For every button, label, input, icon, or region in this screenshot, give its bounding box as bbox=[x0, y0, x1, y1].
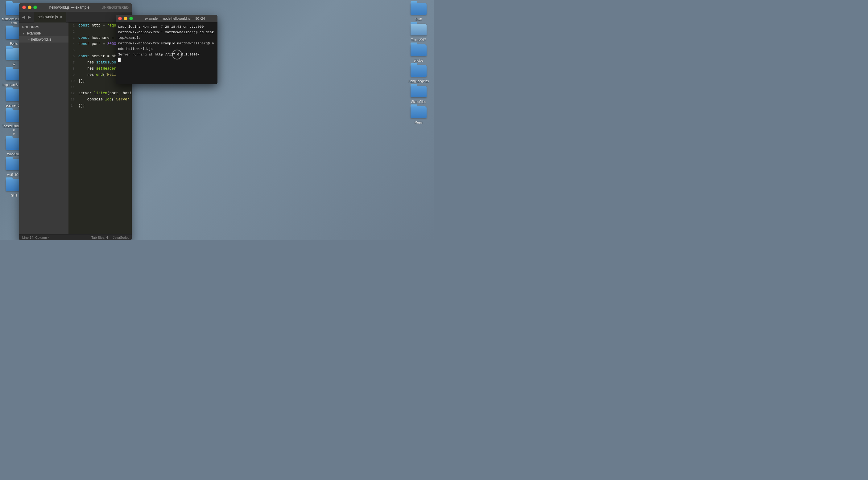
tab-bar: ◀ ▶ helloworld.js × ▼ bbox=[19, 12, 132, 23]
editor-window-title: helloworld.js — example bbox=[37, 5, 102, 9]
sidebar-header: FOLDERS bbox=[19, 24, 68, 30]
nav-arrows: ◀ ▶ bbox=[19, 14, 34, 20]
terminal-body[interactable]: Last login: Mon Jan 7 20:18:43 on ttys00… bbox=[116, 22, 217, 84]
tab-label: helloworld.js bbox=[38, 15, 58, 19]
terminal-traffic-lights bbox=[118, 16, 133, 20]
code-line-13: 13 console.log(`Server running at http:/… bbox=[68, 96, 132, 103]
desktop-icon-photos[interactable]: photos bbox=[406, 44, 431, 63]
close-button[interactable] bbox=[22, 5, 26, 9]
desktop-icons-right: Stuff Taxes2017 photos HongKongPics Skat… bbox=[403, 0, 434, 240]
terminal-minimize-button[interactable] bbox=[124, 16, 127, 20]
code-line-14: 14 }); bbox=[68, 103, 132, 109]
active-tab[interactable]: helloworld.js × bbox=[34, 12, 66, 23]
terminal-line-3: matthews-MacBook-Pro:example matthewhall… bbox=[118, 41, 215, 52]
file-sidebar: FOLDERS ▼ example ~ helloworld.js bbox=[19, 23, 68, 234]
cursor-position: Line 14, Column 4 bbox=[22, 236, 50, 239]
code-line-11: 11 bbox=[68, 84, 132, 90]
server-url[interactable]: http://127.0.0.1:3000/ bbox=[155, 52, 199, 57]
desktop-icon-taxes2017[interactable]: Taxes2017 bbox=[406, 24, 431, 42]
terminal-close-button[interactable] bbox=[118, 16, 122, 20]
terminal-maximize-button[interactable] bbox=[129, 16, 133, 20]
status-bar: Line 14, Column 4 Tab Size: 4 JavaScript bbox=[19, 234, 132, 240]
traffic-lights bbox=[22, 5, 37, 9]
terminal-line-2: matthews-MacBook-Pro:~ matthewhallberg$ … bbox=[118, 30, 215, 41]
terminal-title: example — node helloworld.js — 80×24 bbox=[135, 16, 215, 20]
editor-window: helloworld.js — example UNREGISTERED ◀ ▶… bbox=[19, 3, 132, 240]
terminal-titlebar: example — node helloworld.js — 80×24 bbox=[116, 15, 217, 22]
desktop-icon-music[interactable]: Music bbox=[406, 106, 431, 125]
terminal-window: example — node helloworld.js — 80×24 Las… bbox=[116, 15, 217, 84]
file-name: helloworld.js bbox=[31, 37, 52, 42]
file-icon: ~ bbox=[28, 38, 30, 41]
status-bar-right: Tab Size: 4 JavaScript bbox=[91, 236, 129, 239]
maximize-button[interactable] bbox=[33, 5, 37, 9]
terminal-line-1: Last login: Mon Jan 7 20:18:43 on ttys00… bbox=[118, 24, 215, 30]
minimize-button[interactable] bbox=[28, 5, 31, 9]
desktop: MatthewHallberg.com Fonts W ImportantScr… bbox=[0, 0, 434, 240]
desktop-icon-skateclips[interactable]: SkateCilps bbox=[406, 85, 431, 104]
language: JavaScript bbox=[113, 236, 129, 239]
sidebar-folder-example[interactable]: ▼ example bbox=[19, 30, 68, 36]
code-line-12: 12 server.listen(port, hostname, () => { bbox=[68, 90, 132, 96]
sidebar-file-helloworld[interactable]: ~ helloworld.js bbox=[19, 36, 68, 42]
terminal-cursor bbox=[118, 58, 121, 62]
editor-body: FOLDERS ▼ example ~ helloworld.js 1 cons… bbox=[19, 23, 132, 234]
desktop-icon-stuff[interactable]: Stuff bbox=[406, 3, 431, 21]
tab-close-button[interactable]: × bbox=[60, 14, 62, 20]
desktop-icon-hongkongpics[interactable]: HongKongPics bbox=[406, 65, 431, 83]
tab-size: Tab Size: 4 bbox=[91, 236, 108, 239]
unregistered-badge: UNREGISTERED bbox=[102, 5, 129, 9]
folder-arrow: ▼ bbox=[22, 32, 25, 35]
nav-left-arrow[interactable]: ◀ bbox=[21, 14, 26, 20]
nav-right-arrow[interactable]: ▶ bbox=[27, 14, 32, 20]
terminal-cursor-line bbox=[118, 57, 215, 63]
editor-titlebar: helloworld.js — example UNREGISTERED bbox=[19, 3, 132, 12]
terminal-line-4: Server running at http://127.0.0.1:3000/ bbox=[118, 52, 215, 57]
folder-name: example bbox=[27, 31, 41, 35]
